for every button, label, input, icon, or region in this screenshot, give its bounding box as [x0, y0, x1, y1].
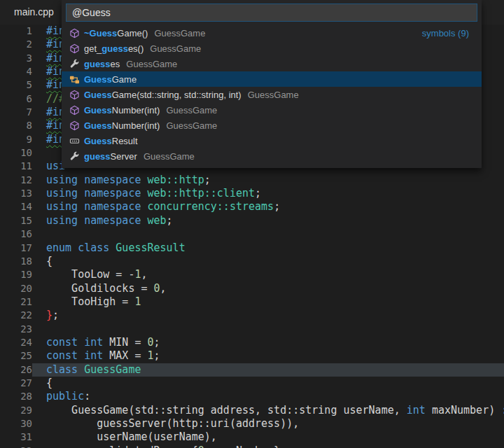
symbol-name: GuessGame(std::string, std::string, int) — [84, 90, 241, 100]
line-number: 3 — [0, 52, 32, 65]
line-number: 23 — [0, 323, 32, 336]
symbol-container: GuessGame — [166, 105, 217, 115]
line-number: 29 — [0, 404, 32, 417]
code-line-21[interactable]: 21 TooHigh = 1 — [0, 295, 504, 309]
code-text: using namespace web::http; — [32, 174, 504, 187]
method-icon — [69, 120, 80, 131]
code-text: TooLow = -1, — [32, 268, 504, 281]
line-number: 21 — [0, 295, 32, 309]
code-line-24[interactable]: 24const int MIN = 0; — [0, 336, 504, 349]
code-text: public: — [32, 390, 504, 403]
line-number: 4 — [0, 65, 32, 78]
symbol-result-row-8[interactable]: GuessResult — [62, 133, 482, 148]
line-number: 15 — [0, 214, 32, 227]
line-number: 14 — [0, 200, 32, 214]
code-line-20[interactable]: 20 Goldilocks = 0, — [0, 282, 504, 295]
symbol-result-row-6[interactable]: GuessNumber(int)GuessGame — [62, 102, 482, 118]
line-number: 24 — [0, 336, 32, 349]
line-number: 16 — [0, 227, 32, 241]
code-line-30[interactable]: 30 guessServer(http::uri(address)), — [0, 417, 504, 430]
symbol-result-list: ~GuessGame()GuessGamesymbols (9)get_gues… — [62, 25, 482, 164]
symbol-result-row-9[interactable]: guessServerGuessGame — [62, 148, 482, 164]
symbol-name: GuessResult — [84, 136, 138, 146]
symbol-result-row-3[interactable]: guessesGuessGame — [62, 56, 482, 71]
symbol-result-row-1[interactable]: ~GuessGame()GuessGamesymbols (9) — [62, 25, 482, 41]
symbols-group-label: symbols (9) — [422, 28, 475, 38]
code-line-29[interactable]: 29 GuessGame(std::string address, std::s… — [0, 404, 504, 417]
code-line-26[interactable]: 26class GuessGame — [0, 363, 504, 377]
code-line-13[interactable]: 13using namespace web::http::client; — [0, 187, 504, 200]
line-number: 7 — [0, 106, 32, 119]
method-icon — [69, 89, 80, 100]
line-number: 11 — [0, 160, 32, 173]
code-text: }; — [32, 309, 504, 322]
code-text: { — [32, 377, 504, 390]
symbol-container: GuessGame — [154, 28, 205, 38]
line-number: 19 — [0, 268, 32, 281]
code-text: { — [32, 255, 504, 268]
code-text: guessServer(http::uri(address)), — [32, 417, 504, 430]
line-number: 13 — [0, 187, 32, 200]
symbol-name: get_guesses() — [84, 43, 144, 54]
line-number: 28 — [0, 390, 32, 403]
code-text: using namespace concurrency::streams; — [32, 200, 504, 214]
code-text: using namespace web::http::client; — [32, 187, 504, 200]
symbol-name: GuessNumber(int) — [84, 105, 160, 115]
method-icon — [69, 43, 80, 54]
class-icon — [69, 74, 80, 85]
line-number: 26 — [0, 363, 32, 377]
symbol-container: GuessGame — [248, 90, 299, 100]
symbol-container: GuessGame — [150, 43, 201, 54]
line-number: 22 — [0, 309, 32, 322]
code-text: Goldilocks = 0, — [32, 282, 504, 295]
symbol-result-row-2[interactable]: get_guesses()GuessGame — [62, 41, 482, 56]
code-line-12[interactable]: 12using namespace web::http; — [0, 174, 504, 187]
code-line-32[interactable]: 32 validatedRange {0, maxNumber} — [0, 444, 504, 448]
code-line-23[interactable]: 23 — [0, 323, 504, 336]
code-line-31[interactable]: 31 userName(userName), — [0, 430, 504, 444]
symbol-result-row-4[interactable]: GuessGame — [62, 71, 482, 87]
symbol-result-row-7[interactable]: GuessNumber(int)GuessGame — [62, 118, 482, 133]
line-number: 30 — [0, 417, 32, 430]
code-line-16[interactable]: 16 — [0, 227, 504, 241]
code-line-14[interactable]: 14using namespace concurrency::streams; — [0, 200, 504, 214]
code-line-18[interactable]: 18{ — [0, 255, 504, 268]
line-number: 18 — [0, 255, 32, 268]
code-text: using namespace web; — [32, 214, 504, 227]
code-line-27[interactable]: 27{ — [0, 377, 504, 390]
code-line-17[interactable]: 17enum class GuessResult — [0, 241, 504, 255]
code-text — [32, 323, 504, 336]
line-number: 32 — [0, 444, 32, 448]
symbol-name: ~GuessGame() — [84, 28, 148, 38]
line-number: 20 — [0, 282, 32, 295]
field-icon — [69, 150, 80, 162]
code-text: class GuessGame — [32, 363, 504, 377]
line-number: 6 — [0, 92, 32, 106]
line-number: 5 — [0, 78, 32, 92]
code-text: validatedRange {0, maxNumber} — [32, 444, 504, 448]
tab-main-cpp[interactable]: main.cpp — [14, 6, 54, 18]
symbol-search-input[interactable] — [66, 4, 477, 22]
code-text: enum class GuessResult — [32, 241, 504, 255]
field-icon — [69, 58, 80, 69]
code-text: TooHigh = 1 — [32, 295, 504, 309]
code-text — [32, 227, 504, 241]
line-number: 12 — [0, 174, 32, 187]
symbol-name: GuessGame — [84, 74, 136, 85]
line-number: 17 — [0, 241, 32, 255]
code-line-19[interactable]: 19 TooLow = -1, — [0, 268, 504, 281]
code-line-28[interactable]: 28public: — [0, 390, 504, 403]
code-text: const int MAX = 1; — [32, 349, 504, 363]
method-icon — [69, 27, 80, 38]
code-line-25[interactable]: 25const int MAX = 1; — [0, 349, 504, 363]
code-text: GuessGame(std::string address, std::stri… — [32, 404, 504, 417]
code-text: const int MIN = 0; — [32, 336, 504, 349]
code-line-15[interactable]: 15using namespace web; — [0, 214, 504, 227]
vscode-window: main.cpp 1#in2#in3#in4#in5#in6//#7#in8#i… — [0, 0, 504, 448]
line-number: 1 — [0, 24, 32, 38]
line-number: 27 — [0, 377, 32, 390]
code-line-22[interactable]: 22}; — [0, 309, 504, 322]
quick-open-widget: ~GuessGame()GuessGamesymbols (9)get_gues… — [62, 0, 482, 168]
line-number: 10 — [0, 146, 32, 160]
symbol-result-row-5[interactable]: GuessGame(std::string, std::string, int)… — [62, 87, 482, 102]
